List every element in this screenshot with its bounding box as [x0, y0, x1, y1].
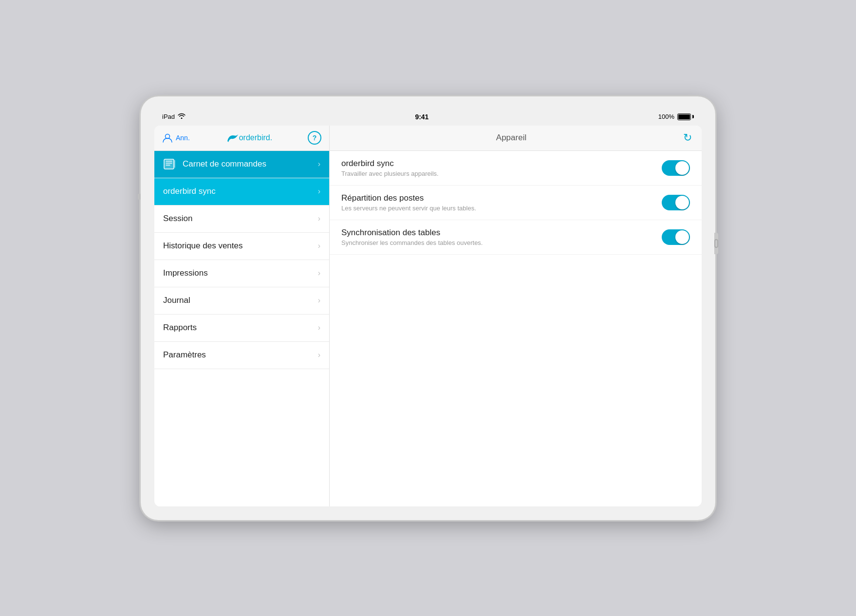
chevron-icon: ›	[318, 214, 320, 223]
sidebar-item-label: Historique des ventes	[163, 241, 242, 251]
logo-text: orderbird.	[239, 133, 272, 142]
chevron-icon: ›	[318, 160, 320, 168]
settings-item-synchronisation-des-tables: Synchronisation des tables Synchroniser …	[330, 220, 702, 255]
header-right: Appareil ↻	[330, 126, 702, 150]
toggle-slider	[662, 229, 690, 245]
toggle-orderbird-sync[interactable]	[662, 160, 690, 176]
wifi-icon	[178, 113, 186, 120]
ann-button[interactable]: Ann.	[162, 132, 190, 143]
book-icon	[163, 158, 177, 170]
side-button-right	[714, 233, 718, 254]
sidebar: Carnet de commandes › orderbird sync › S…	[154, 151, 330, 506]
settings-item-desc: Synchroniser les commandes des tables ou…	[341, 239, 662, 246]
refresh-button[interactable]: ↻	[683, 131, 692, 144]
ipad-frame: iPad 9:41 100%	[141, 96, 715, 520]
sidebar-item-parametres[interactable]: Paramètres ›	[154, 342, 329, 369]
sidebar-item-label: Rapports	[163, 323, 197, 333]
chevron-icon: ›	[318, 242, 320, 250]
sidebar-item-journal[interactable]: Journal ›	[154, 287, 329, 315]
chevron-icon: ›	[318, 187, 320, 196]
settings-item-desc: Travailler avec plusieurs appareils.	[341, 170, 662, 177]
app-container: Ann. orderbird. ? Appareil ↻	[154, 126, 702, 506]
sidebar-item-label: Carnet de commandes	[163, 158, 266, 170]
sidebar-item-session[interactable]: Session ›	[154, 205, 329, 233]
battery-icon	[677, 113, 694, 120]
main-content: orderbird sync Travailler avec plusieurs…	[330, 151, 702, 506]
device-label: iPad	[162, 113, 175, 120]
settings-item-title: Synchronisation des tables	[341, 228, 662, 238]
toggle-repartition-des-postes[interactable]	[662, 195, 690, 210]
sidebar-item-rapports[interactable]: Rapports ›	[154, 315, 329, 342]
chevron-icon: ›	[318, 351, 320, 359]
sidebar-item-impressions[interactable]: Impressions ›	[154, 260, 329, 287]
app-header: Ann. orderbird. ? Appareil ↻	[154, 126, 702, 151]
sidebar-item-label: Session	[163, 214, 192, 224]
chevron-icon: ›	[318, 323, 320, 332]
toggle-slider	[662, 160, 690, 176]
svg-point-0	[166, 134, 170, 139]
home-button[interactable]	[714, 239, 718, 248]
settings-list: orderbird sync Travailler avec plusieurs…	[330, 151, 702, 255]
page-title: Appareil	[339, 133, 683, 143]
status-left: iPad	[162, 113, 186, 120]
help-label: ?	[313, 134, 317, 142]
status-time: 9:41	[415, 113, 428, 121]
settings-item-text: Synchronisation des tables Synchroniser …	[341, 228, 662, 246]
bird-logo-icon	[225, 133, 239, 143]
toggle-synchronisation-des-tables[interactable]	[662, 229, 690, 245]
ann-label: Ann.	[176, 134, 190, 142]
header-left: Ann. orderbird. ?	[154, 126, 330, 150]
sidebar-item-label: Impressions	[163, 268, 208, 278]
app-body: Carnet de commandes › orderbird sync › S…	[154, 151, 702, 506]
sidebar-item-orderbird-sync[interactable]: orderbird sync ›	[154, 178, 329, 205]
side-button-left	[138, 194, 141, 200]
settings-item-repartition-des-postes: Répartition des postes Les serveurs ne p…	[330, 186, 702, 220]
sidebar-item-label: Journal	[163, 296, 190, 305]
battery-percent: 100%	[658, 113, 674, 120]
sidebar-item-historique-des-ventes[interactable]: Historique des ventes ›	[154, 233, 329, 260]
toggle-slider	[662, 195, 690, 210]
settings-item-text: Répartition des postes Les serveurs ne p…	[341, 193, 662, 212]
help-button[interactable]: ?	[308, 131, 321, 145]
status-bar: iPad 9:41 100%	[154, 110, 702, 124]
svg-rect-1	[164, 159, 174, 169]
sidebar-item-label: orderbird sync	[163, 187, 216, 196]
person-icon	[162, 132, 173, 143]
settings-item-text: orderbird sync Travailler avec plusieurs…	[341, 159, 662, 177]
settings-item-desc: Les serveurs ne peuvent servir que leurs…	[341, 205, 662, 212]
chevron-icon: ›	[318, 296, 320, 305]
settings-item-title: orderbird sync	[341, 159, 662, 168]
orderbird-logo: orderbird.	[196, 133, 302, 143]
sidebar-item-carnet-de-commandes[interactable]: Carnet de commandes ›	[154, 151, 329, 178]
chevron-icon: ›	[318, 269, 320, 278]
status-right: 100%	[658, 113, 694, 120]
settings-item-title: Répartition des postes	[341, 193, 662, 203]
settings-item-orderbird-sync: orderbird sync Travailler avec plusieurs…	[330, 151, 702, 186]
sidebar-item-label: Paramètres	[163, 350, 206, 360]
